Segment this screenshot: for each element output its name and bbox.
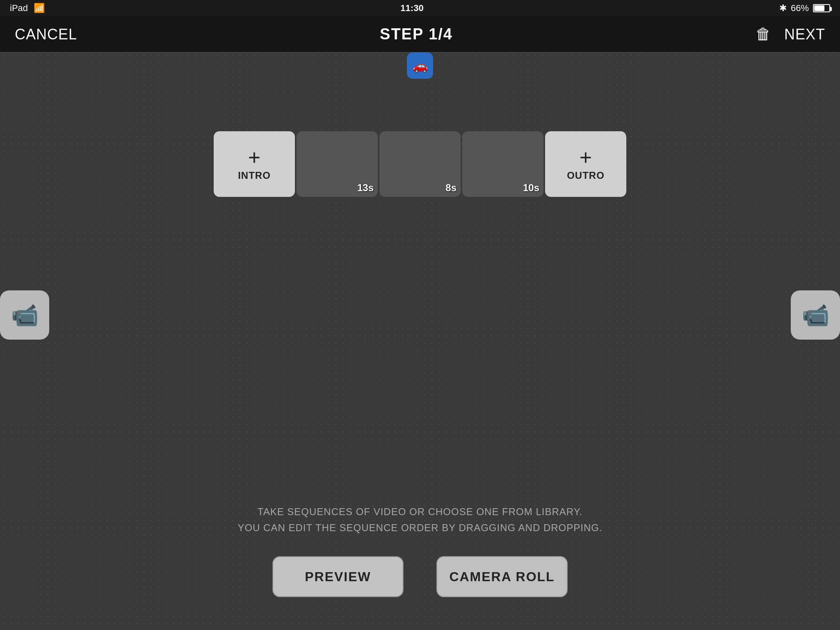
preview-button[interactable]: PREVIEW xyxy=(272,556,404,597)
nav-bar: CANCEL STEP 1/4 🗑 NEXT xyxy=(0,16,840,52)
video-clip-1[interactable]: 13s xyxy=(297,131,378,197)
bottom-buttons: PREVIEW CAMERA ROLL xyxy=(272,556,568,597)
instruction-text: TAKE SEQUENCES OF VIDEO OR CHOOSE ONE FR… xyxy=(237,504,602,536)
outro-plus-icon: + xyxy=(580,147,592,168)
intro-label: INTRO xyxy=(238,170,271,181)
cancel-button[interactable]: CANCEL xyxy=(15,26,77,43)
car-icon: 🚗 xyxy=(413,59,428,73)
video-clip-2[interactable]: 8s xyxy=(379,131,461,197)
camera-right-icon: 📹 xyxy=(802,302,829,328)
outro-clip[interactable]: + OUTRO xyxy=(545,131,626,197)
delete-button[interactable]: 🗑 xyxy=(756,25,771,43)
video-clip-3[interactable]: 10s xyxy=(462,131,543,197)
camera-right-button[interactable]: 📹 xyxy=(791,290,840,340)
instruction-line-2: YOU CAN EDIT THE SEQUENCE ORDER BY DRAGG… xyxy=(237,520,602,536)
status-bar-left: iPad 📶 xyxy=(10,3,45,14)
intro-clip[interactable]: + INTRO xyxy=(214,131,295,197)
bluetooth-icon: ✱ xyxy=(779,3,787,14)
outro-label: OUTRO xyxy=(567,170,605,181)
instruction-line-1: TAKE SEQUENCES OF VIDEO OR CHOOSE ONE FR… xyxy=(237,504,602,520)
timeline-area: + INTRO 13s 8s 10s + OUTRO xyxy=(213,131,627,197)
app-icon: 🚗 xyxy=(407,52,433,79)
status-bar-time: 11:30 xyxy=(400,3,423,14)
battery-percent: 66% xyxy=(791,3,809,14)
status-bar-right: ✱ 66% xyxy=(779,3,830,14)
app-icon-area: 🚗 xyxy=(407,52,433,79)
next-button[interactable]: NEXT xyxy=(784,26,825,43)
camera-roll-button[interactable]: CAMERA ROLL xyxy=(436,556,568,597)
duration-3: 10s xyxy=(523,182,539,194)
device-label: iPad xyxy=(10,3,28,14)
plus-icon: + xyxy=(248,147,260,168)
camera-left-button[interactable]: 📹 xyxy=(0,290,49,340)
status-bar: iPad 📶 11:30 ✱ 66% xyxy=(0,0,840,16)
duration-2: 8s xyxy=(445,182,457,194)
nav-title: STEP 1/4 xyxy=(380,25,453,43)
wifi-icon: 📶 xyxy=(34,3,45,14)
nav-right-controls: 🗑 NEXT xyxy=(756,25,825,43)
camera-left-icon: 📹 xyxy=(11,302,39,328)
duration-1: 13s xyxy=(357,182,374,194)
battery-icon xyxy=(813,4,830,12)
